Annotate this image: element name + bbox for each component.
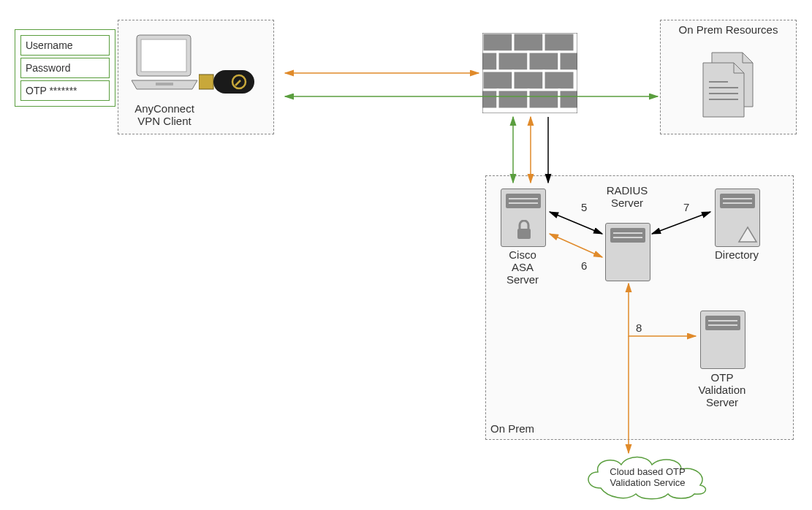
svg-rect-4 xyxy=(213,70,254,94)
svg-rect-9 xyxy=(544,33,574,52)
otp-field: OTP ******* xyxy=(20,80,110,101)
client-label: AnyConnect VPN Client xyxy=(121,102,208,127)
svg-rect-1 xyxy=(141,39,186,72)
asa-server-label: Cisco ASA Server xyxy=(501,248,545,286)
resources-box: On Prem Resources xyxy=(660,20,797,134)
cloud-label: Cloud based OTP Validation Service xyxy=(598,466,697,488)
resources-title: On Prem Resources xyxy=(661,23,796,36)
svg-rect-19 xyxy=(528,90,559,109)
svg-rect-20 xyxy=(559,90,577,109)
directory-server-icon xyxy=(715,189,759,246)
svg-rect-17 xyxy=(482,90,498,109)
svg-rect-3 xyxy=(199,75,213,89)
svg-rect-18 xyxy=(498,90,528,109)
svg-rect-13 xyxy=(559,52,577,71)
svg-rect-7 xyxy=(482,33,513,52)
svg-rect-2 xyxy=(156,83,173,85)
otp-token-icon xyxy=(199,66,257,98)
step-7: 7 xyxy=(683,201,689,213)
otp-server-icon xyxy=(700,311,744,368)
svg-rect-14 xyxy=(482,71,513,90)
credentials-panel: Username Password OTP ******* xyxy=(15,29,115,107)
svg-rect-15 xyxy=(513,71,544,90)
svg-rect-10 xyxy=(482,52,498,71)
directory-label: Directory xyxy=(707,248,766,261)
step-8: 8 xyxy=(636,321,642,334)
laptop-icon xyxy=(128,31,201,100)
svg-rect-12 xyxy=(528,52,559,71)
svg-rect-16 xyxy=(544,71,574,90)
firewall-icon xyxy=(482,33,577,113)
step-5: 5 xyxy=(581,201,587,213)
svg-rect-8 xyxy=(513,33,544,52)
svg-rect-11 xyxy=(498,52,528,71)
onprem-label: On Prem xyxy=(490,422,534,435)
radius-server-icon xyxy=(605,223,649,280)
username-field: Username xyxy=(20,35,110,56)
radius-label: RADIUS Server xyxy=(591,184,664,209)
cloud-icon: Cloud based OTP Validation Service xyxy=(579,452,715,501)
step-6: 6 xyxy=(581,259,587,272)
asa-server-icon xyxy=(501,189,545,246)
documents-icon xyxy=(699,50,764,123)
svg-rect-26 xyxy=(517,229,531,239)
password-field: Password xyxy=(20,58,110,78)
otp-server-label: OTP Validation Server xyxy=(693,371,751,408)
